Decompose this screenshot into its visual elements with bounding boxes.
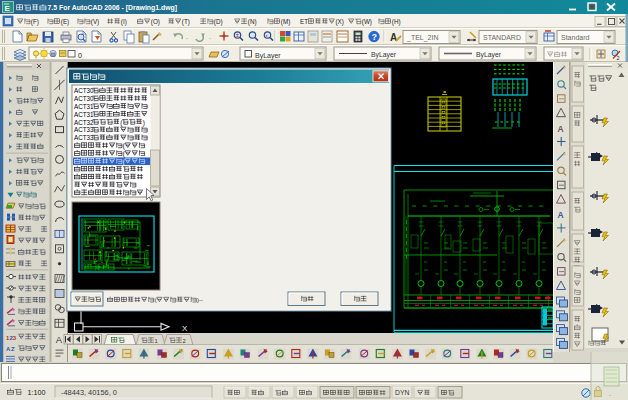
svg-text:ACT31: ACT31 [74,103,94,110]
svg-text:A: A [390,32,397,43]
svg-text:(D): (D) [214,18,223,26]
svg-text:): ) [143,119,145,127]
svg-text:(V): (V) [91,18,99,26]
svg-text:A: A [558,210,564,220]
svg-text:(N): (N) [248,18,257,26]
svg-text:STANDARD: STANDARD [483,34,521,41]
svg-text:-: - [209,35,211,41]
svg-text:(O): (O) [151,18,160,26]
svg-text:?: ? [372,32,377,42]
svg-text:(F): (F) [31,18,39,26]
svg-text:ACT32: ACT32 [74,119,94,126]
svg-text:(H): (H) [392,18,401,26]
svg-text:ByLayer: ByLayer [371,51,397,59]
svg-text:‹: ‹ [266,32,268,38]
svg-text:-: - [609,392,611,398]
svg-text:1:100: 1:100 [28,388,46,397]
svg-text:ByLayer: ByLayer [255,52,281,60]
svg-text:X: X [182,324,188,333]
svg-text:0: 0 [78,52,82,59]
svg-text:ACT31: ACT31 [74,111,94,118]
svg-text:Standard: Standard [561,34,590,41]
svg-text:ACT33: ACT33 [74,134,94,141]
svg-text:E: E [5,4,11,13]
svg-text:DYN: DYN [395,389,409,396]
svg-text:7.5 For AutoCAD 2006 - [Drawin: 7.5 For AutoCAD 2006 - [Drawing1.dwg] [48,4,178,12]
svg-text:(: ( [155,297,157,303]
svg-text:(E): (E) [61,18,69,26]
svg-text:(I): (I) [121,18,127,26]
svg-text:-: - [186,35,188,41]
svg-text:ACT30: ACT30 [74,87,94,94]
svg-text:(X): (X) [335,18,343,26]
svg-text:)--: )-- [197,297,203,303]
svg-text:A: A [56,334,63,345]
svg-text:A: A [558,124,564,134]
svg-text:2: 2 [183,338,186,344]
svg-text:ACT30: ACT30 [74,95,94,102]
svg-text:(M): (M) [281,18,290,26]
svg-text:-48443, 40156, 0: -48443, 40156, 0 [61,388,117,397]
svg-text:2: 2 [617,55,620,61]
svg-text:_TEL_2IN: _TEL_2IN [406,34,439,42]
svg-text:Z: Z [11,346,15,352]
svg-text:1: 1 [155,338,158,344]
svg-text:ACT33: ACT33 [74,126,94,133]
svg-text:(W): (W) [362,18,372,26]
svg-text:(T): (T) [182,18,190,26]
svg-text:ET: ET [300,18,308,25]
svg-text:ByLayer: ByLayer [476,51,502,59]
